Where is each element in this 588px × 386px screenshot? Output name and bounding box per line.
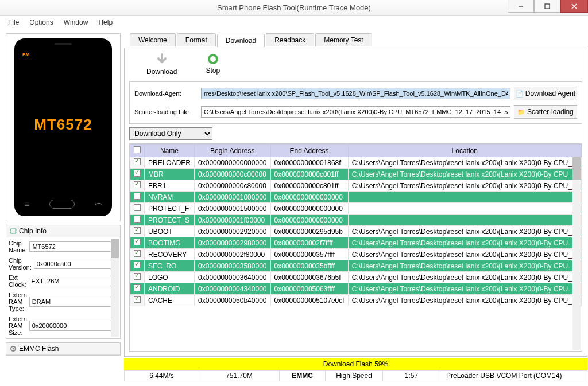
table-row[interactable]: NVRAM0x00000000010000000x000000000000000… bbox=[130, 192, 582, 203]
chip-info-title: Chip Info bbox=[19, 227, 47, 235]
scatter-loading-label: Scatter-loading File bbox=[134, 108, 198, 115]
chip-version-label: Chip Version: bbox=[9, 257, 32, 271]
tab-format[interactable]: Format bbox=[177, 33, 216, 46]
cell-end: 0x0000000000c801ff bbox=[270, 180, 348, 192]
cell-begin: 0x0000000001000000 bbox=[195, 192, 270, 203]
column-end[interactable]: End Address bbox=[270, 145, 348, 157]
tab-memory-test[interactable]: Memory Test bbox=[315, 33, 372, 46]
stop-icon bbox=[207, 53, 219, 65]
cell-end: 0x0000000000000000 bbox=[270, 192, 348, 203]
window-controls bbox=[508, 0, 588, 13]
row-checkbox[interactable] bbox=[134, 250, 141, 257]
cell-location: C:\Users\Angel Torres\Desktop\reset lani… bbox=[348, 272, 581, 283]
menu-soft-icon: ≡ bbox=[24, 199, 29, 209]
column-name[interactable]: Name bbox=[145, 145, 195, 157]
progress-bar: Download Flash 59% bbox=[124, 358, 587, 370]
home-soft-icon bbox=[49, 200, 75, 209]
phone-preview: BM MT6572 ≡ ⤺ bbox=[6, 33, 121, 221]
row-checkbox[interactable] bbox=[134, 216, 141, 223]
ext-clock-value[interactable] bbox=[29, 276, 114, 286]
cell-end: 0x0000000000c001ff bbox=[270, 169, 348, 180]
extern-ram-size-value[interactable] bbox=[29, 321, 114, 331]
chip-name-value[interactable] bbox=[29, 241, 114, 252]
download-agent-input[interactable] bbox=[201, 88, 510, 99]
stop-button[interactable]: Stop bbox=[206, 53, 220, 76]
column-begin[interactable]: Begin Address bbox=[195, 145, 270, 157]
row-checkbox[interactable] bbox=[134, 284, 141, 291]
row-checkbox[interactable] bbox=[134, 273, 141, 280]
tab-bar: Welcome Format Download Readback Memory … bbox=[124, 33, 587, 46]
svg-rect-4 bbox=[11, 229, 16, 233]
download-agent-browse-button[interactable]: 📄 Download Agent bbox=[514, 87, 577, 100]
table-row[interactable]: RECOVERY0x0000000002f800000x000000000357… bbox=[130, 249, 582, 260]
cell-name: RECOVERY bbox=[145, 249, 195, 260]
close-button[interactable] bbox=[560, 0, 588, 13]
row-checkbox[interactable] bbox=[134, 193, 141, 200]
cell-end: 0x000000005063ffff bbox=[270, 283, 348, 295]
cell-name: EBR1 bbox=[145, 180, 195, 192]
status-storage: EMMC bbox=[280, 371, 326, 381]
menu-window[interactable]: Window bbox=[64, 18, 88, 26]
chip-info-panel: Chip Info Chip Name: Chip Version: Ext C… bbox=[6, 225, 121, 339]
svg-point-10 bbox=[13, 348, 14, 350]
scatter-loading-input[interactable] bbox=[201, 106, 510, 118]
scatter-loading-browse-button[interactable]: 📁 Scatter-loading bbox=[514, 105, 577, 119]
extern-ram-type-label: Extern RAM Type: bbox=[9, 291, 27, 312]
table-row[interactable]: PROTECT_F0x00000000015000000x00000000000… bbox=[130, 203, 582, 215]
row-checkbox[interactable] bbox=[134, 158, 141, 165]
row-checkbox[interactable] bbox=[134, 227, 141, 234]
minimize-button[interactable] bbox=[508, 0, 534, 13]
table-row[interactable]: SEC_RO0x00000000035800000x00000000035bff… bbox=[130, 260, 582, 272]
table-row[interactable]: EBR10x0000000000c800000x0000000000c801ff… bbox=[130, 180, 582, 192]
tab-readback[interactable]: Readback bbox=[266, 33, 314, 46]
menubar: File Options Window Help bbox=[0, 16, 588, 29]
cell-end: 0x0000000000000000 bbox=[270, 215, 348, 226]
menu-help[interactable]: Help bbox=[98, 18, 113, 26]
status-size: 751.70M bbox=[199, 371, 280, 381]
table-row[interactable]: BOOTIMG0x00000000029800000x0000000002f7f… bbox=[130, 237, 582, 249]
titlebar: Smart Phone Flash Tool(Runtime Trace Mod… bbox=[0, 0, 588, 16]
cell-begin: 0x0000000000000000 bbox=[195, 157, 270, 169]
select-all-checkbox[interactable] bbox=[134, 146, 141, 153]
table-scrollbar[interactable] bbox=[572, 157, 581, 350]
table-row[interactable]: PRELOADER0x00000000000000000x00000000000… bbox=[130, 157, 582, 169]
download-button[interactable]: Download bbox=[146, 53, 177, 76]
row-checkbox[interactable] bbox=[134, 296, 141, 303]
extern-ram-size-label: Extern RAM Size: bbox=[9, 315, 27, 336]
tab-welcome[interactable]: Welcome bbox=[130, 33, 176, 46]
status-speed: 6.44M/s bbox=[125, 371, 199, 381]
cell-name: LOGO bbox=[145, 272, 195, 283]
table-row[interactable]: MBR0x0000000000c000000x0000000000c001ffC… bbox=[130, 169, 582, 180]
cell-location: C:\Users\Angel Torres\Desktop\reset lani… bbox=[348, 283, 581, 295]
download-mode-select[interactable]: Download Only bbox=[129, 127, 212, 140]
cell-begin: 0x0000000000c80000 bbox=[195, 180, 270, 192]
cell-location: C:\Users\Angel Torres\Desktop\reset lani… bbox=[348, 260, 581, 272]
svg-point-12 bbox=[210, 56, 216, 62]
table-row[interactable]: PROTECT_S0x0000000001f000000x00000000000… bbox=[130, 215, 582, 226]
row-checkbox[interactable] bbox=[134, 170, 141, 177]
extern-ram-type-value[interactable] bbox=[29, 297, 114, 307]
tab-download[interactable]: Download bbox=[217, 34, 265, 47]
chip-info-scrollbar[interactable] bbox=[111, 239, 119, 337]
chip-model-display: MT6572 bbox=[34, 116, 92, 134]
table-row[interactable]: ANDROID0x00000000043400000x000000005063f… bbox=[130, 283, 582, 295]
emmc-flash-title: EMMC Flash bbox=[19, 345, 59, 353]
cell-location bbox=[348, 192, 581, 203]
menu-options[interactable]: Options bbox=[29, 18, 53, 26]
row-checkbox[interactable] bbox=[134, 181, 141, 188]
status-port: PreLoader USB VCOM Port (COM14) bbox=[440, 371, 587, 381]
row-checkbox[interactable] bbox=[134, 204, 141, 211]
cell-begin: 0x0000000001f00000 bbox=[195, 215, 270, 226]
back-soft-icon: ⤺ bbox=[95, 198, 102, 209]
row-checkbox[interactable] bbox=[134, 262, 141, 268]
cell-begin: 0x0000000050b40000 bbox=[195, 295, 270, 306]
row-checkbox[interactable] bbox=[134, 239, 141, 245]
table-row[interactable]: UBOOT0x00000000029200000x000000000295d95… bbox=[130, 226, 582, 237]
table-row[interactable]: LOGO0x00000000036400000x0000000003676b5f… bbox=[130, 272, 582, 283]
column-location[interactable]: Location bbox=[348, 145, 581, 157]
menu-file[interactable]: File bbox=[8, 18, 19, 26]
maximize-button[interactable] bbox=[534, 0, 560, 13]
chip-version-value[interactable] bbox=[34, 259, 119, 269]
download-arrow-icon bbox=[155, 53, 169, 67]
table-row[interactable]: CACHE0x0000000050b400000x0000000005107e0… bbox=[130, 295, 582, 306]
